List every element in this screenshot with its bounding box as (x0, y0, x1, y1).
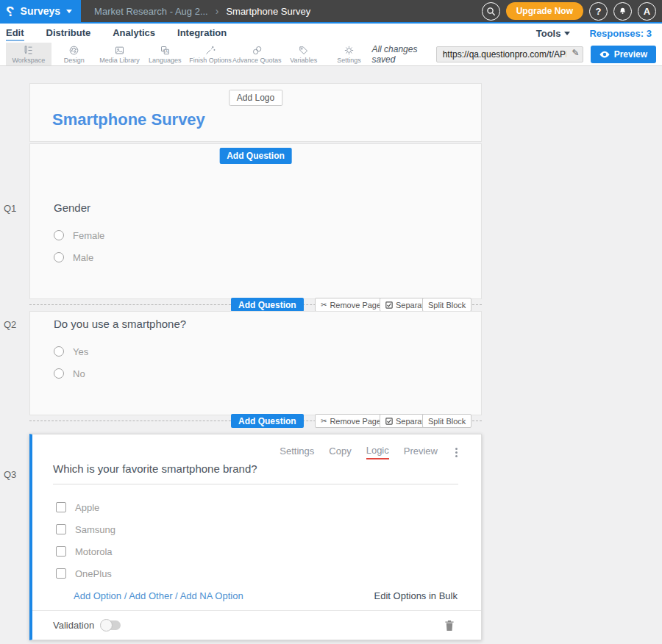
tools-menu[interactable]: Tools (536, 28, 571, 39)
toolbar-item-workspace[interactable]: Workspace (6, 43, 51, 65)
question-settings-button[interactable]: Settings (280, 446, 314, 459)
account-avatar[interactable]: A (638, 2, 656, 21)
top-bar: ? Surveys Market Research - Aug 2... › S… (0, 0, 662, 24)
delete-question-button[interactable] (444, 620, 455, 632)
question-card-q1[interactable]: Add Question Gender Female Male (29, 143, 482, 299)
scissors-icon: ✂ (321, 417, 327, 425)
breadcrumb: Market Research - Aug 2... › Smartphone … (94, 0, 310, 22)
responses-link[interactable]: Responses: 3 (589, 28, 652, 39)
translate-icon: Aa (160, 45, 171, 56)
survey-title[interactable]: Smartphone Survey (52, 110, 205, 129)
survey-url-input[interactable] (436, 46, 583, 62)
module-nav: Edit Distribute Analytics Integration To… (0, 24, 662, 43)
question-logic-button[interactable]: Logic (366, 445, 389, 459)
checkbox-checked-icon (385, 418, 393, 425)
question-card-q2[interactable]: Do you use a smartphone? Yes No (29, 311, 482, 415)
toolbar-item-settings[interactable]: Settings (327, 43, 372, 65)
add-question-button[interactable]: Add Question (231, 414, 304, 428)
caret-down-icon (564, 32, 570, 35)
add-question-button[interactable]: Add Question (231, 298, 304, 312)
question-footer: Validation (32, 611, 481, 640)
question-text[interactable]: Which is your favorite smartphone brand? (53, 462, 458, 484)
notifications-button[interactable] (613, 2, 632, 21)
option-row[interactable]: No (54, 362, 481, 384)
chain-links-icon (252, 45, 263, 56)
surveys-menu-label: Surveys (21, 5, 60, 17)
question-label-q3: Q3 (4, 469, 16, 480)
radio-icon[interactable] (54, 230, 64, 240)
save-status: All changes saved (371, 44, 428, 65)
tab-distribute[interactable]: Distribute (46, 25, 91, 41)
help-button[interactable]: ? (589, 2, 608, 21)
question-text[interactable]: Do you use a smartphone? (54, 318, 481, 330)
editor-toolbar: Workspace Design Media Library Aa Langua… (0, 43, 662, 66)
option-row[interactable]: Male (54, 246, 481, 268)
breadcrumb-folder[interactable]: Market Research - Aug 2... (94, 6, 208, 17)
preview-button[interactable]: Preview (591, 46, 656, 63)
survey-header-card: Add Logo Smartphone Survey (29, 83, 482, 142)
survey-url-wrap: ✎ (436, 46, 583, 62)
validation-label: Validation (53, 620, 94, 631)
add-option-links: Add Option / Add Other / Add NA Option (74, 590, 243, 601)
checkbox-icon[interactable] (56, 502, 66, 512)
add-other-link[interactable]: Add Other (129, 590, 172, 601)
search-button[interactable] (482, 2, 500, 21)
add-option-link[interactable]: Add Option (74, 590, 121, 601)
option-list: Female Male (54, 224, 481, 268)
kebab-menu-icon[interactable] (452, 446, 460, 459)
caret-down-icon (66, 10, 72, 13)
tab-edit[interactable]: Edit (6, 25, 24, 41)
toolbar-item-variables[interactable]: Variables (281, 43, 327, 65)
trash-icon (444, 620, 455, 632)
split-block-button[interactable]: Split Block (422, 414, 471, 428)
question-label-q1: Q1 (4, 203, 16, 214)
add-na-option-link[interactable]: Add NA Option (180, 590, 243, 601)
option-row[interactable]: Apple (56, 496, 481, 518)
question-label-q2: Q2 (4, 319, 16, 330)
toolbar-item-finish-options[interactable]: Finish Options (188, 43, 233, 65)
toolbar-item-advance-quotas[interactable]: Advance Quotas (233, 43, 281, 65)
validation-toggle[interactable] (102, 620, 121, 630)
add-question-button[interactable]: Add Question (219, 148, 292, 164)
question-copy-button[interactable]: Copy (329, 446, 351, 459)
option-list: Apple Samsung Motorola OnePlus (56, 496, 481, 584)
toggle-knob (100, 619, 113, 632)
checkbox-icon[interactable] (56, 524, 66, 534)
image-icon (114, 45, 125, 56)
edit-url-pencil-icon[interactable]: ✎ (572, 48, 580, 58)
checkbox-icon[interactable] (56, 568, 66, 579)
option-row[interactable]: Samsung (56, 518, 481, 540)
radio-icon[interactable] (54, 252, 64, 262)
option-list: Yes No (54, 340, 481, 384)
add-logo-button[interactable]: Add Logo (229, 90, 282, 106)
nav-tabs: Edit Distribute Analytics Integration (6, 25, 227, 41)
option-row[interactable]: Female (54, 224, 481, 246)
radio-icon[interactable] (54, 368, 64, 379)
split-block-button[interactable]: Split Block (422, 298, 471, 312)
bell-icon (618, 7, 627, 16)
questionpro-logo-icon: ? (6, 4, 15, 18)
topbar-actions: Upgrade Now ? A (482, 0, 662, 22)
toolbar-right: All changes saved ✎ Preview (371, 43, 662, 65)
question-text[interactable]: Gender (54, 184, 481, 214)
question-card-q3-selected[interactable]: Settings Copy Logic Preview Which is you… (29, 434, 482, 640)
toolbar-item-design[interactable]: Design (51, 43, 97, 65)
radio-icon[interactable] (54, 346, 64, 357)
surveys-menu[interactable]: ? Surveys (0, 0, 81, 22)
checkbox-icon[interactable] (56, 546, 66, 557)
toolbar-item-media-library[interactable]: Media Library (97, 43, 143, 65)
tag-icon (298, 45, 309, 56)
option-links-row: Add Option / Add Other / Add NA Option E… (74, 590, 458, 601)
edit-options-in-bulk-link[interactable]: Edit Options in Bulk (374, 590, 458, 601)
nav-right: Tools Responses: 3 (536, 28, 652, 39)
option-row[interactable]: OnePlus (56, 562, 481, 584)
tab-analytics[interactable]: Analytics (113, 25, 155, 41)
page-break-row: Add Question ✂Remove Page Break Separato… (0, 414, 662, 428)
option-row[interactable]: Yes (54, 340, 481, 362)
checkbox-checked-icon (385, 301, 393, 309)
upgrade-now-button[interactable]: Upgrade Now (506, 2, 583, 20)
question-preview-button[interactable]: Preview (404, 446, 438, 459)
tab-integration[interactable]: Integration (177, 25, 227, 41)
toolbar-item-languages[interactable]: Aa Languages (142, 43, 188, 65)
option-row[interactable]: Motorola (56, 540, 481, 562)
